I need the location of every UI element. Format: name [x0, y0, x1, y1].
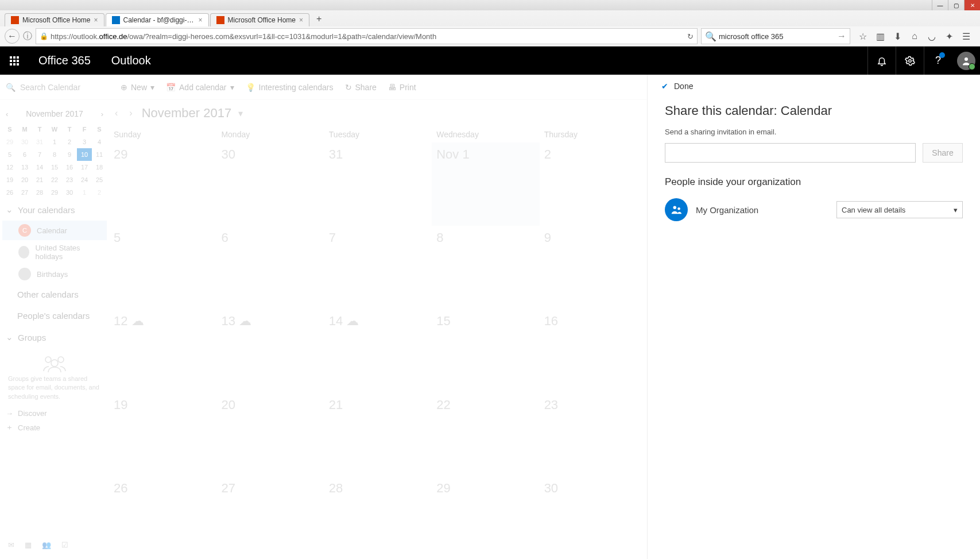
search-calendar-input[interactable]: 🔍 Search Calendar [6, 83, 109, 92]
day-cell[interactable]: 19 [109, 393, 216, 476]
calendar-title[interactable]: November 2017 [142, 106, 232, 121]
mini-cal-day[interactable]: 16 [62, 161, 77, 174]
mini-cal-day[interactable]: 5 [2, 148, 17, 161]
day-cell[interactable]: 14 ☁ [324, 309, 432, 392]
mini-cal-day[interactable]: 6 [17, 148, 32, 161]
create-link[interactable]: ＋Create [2, 420, 107, 435]
mini-cal-day[interactable]: 18 [92, 161, 107, 174]
print-button[interactable]: 🖶Print [388, 83, 416, 92]
day-cell[interactable]: 16 [540, 309, 647, 392]
day-cell[interactable]: 28 [324, 476, 432, 559]
new-button[interactable]: ⊕New▾ [121, 83, 154, 92]
day-cell[interactable]: 2 [540, 142, 647, 226]
mini-cal-day[interactable]: 24 [77, 174, 92, 186]
day-cell[interactable]: 9 [540, 226, 647, 309]
day-cell[interactable]: 8 [432, 226, 539, 309]
tab-close-button[interactable]: × [198, 16, 202, 24]
day-cell[interactable]: 29 [432, 476, 539, 559]
people-module-icon[interactable]: 👥 [42, 541, 51, 549]
mini-cal-day[interactable]: 26 [2, 186, 17, 199]
share-button[interactable]: ↻Share [345, 83, 377, 92]
mini-cal-day[interactable]: 17 [77, 161, 92, 174]
settings-button[interactable] [896, 47, 924, 75]
mini-cal-day[interactable]: 14 [32, 161, 47, 174]
mini-cal-day[interactable]: 12 [2, 161, 17, 174]
invite-email-input[interactable] [665, 143, 916, 163]
your-calendars-header[interactable]: ⌄Your calendars [2, 199, 107, 221]
day-cell[interactable]: 12 ☁ [109, 309, 216, 392]
day-cell[interactable]: 22 [432, 393, 539, 476]
reload-button[interactable]: ↻ [684, 32, 694, 41]
day-cell[interactable]: 30 [540, 476, 647, 559]
account-button[interactable] [952, 47, 980, 75]
permission-select[interactable]: Can view all details ▾ [836, 201, 963, 218]
day-cell[interactable]: 7 [324, 226, 432, 309]
day-cell[interactable]: 23 [540, 393, 647, 476]
browser-search-box[interactable]: 🔍 microsoft office 365 → [701, 28, 850, 44]
mini-cal-day[interactable]: 13 [17, 161, 32, 174]
mini-cal-day[interactable]: 23 [62, 174, 77, 186]
mini-cal-day[interactable]: 29 [47, 186, 62, 199]
browser-tab[interactable]: Calendar - bf@diggi-heroes…× [106, 13, 209, 26]
nav-back-button[interactable]: ← [5, 29, 20, 44]
day-cell[interactable]: 20 [216, 393, 324, 476]
mini-month-label[interactable]: November 2017 [8, 109, 100, 118]
address-bar[interactable]: 🔒 https://outlook.office.de/owa/?realm=d… [36, 28, 698, 44]
day-cell[interactable]: Nov 1 [432, 142, 539, 226]
calendar-module-icon[interactable]: ▦ [25, 541, 32, 549]
mini-cal-day[interactable]: 30 [62, 186, 77, 199]
mini-cal-day[interactable]: 19 [2, 174, 17, 186]
tab-close-button[interactable]: × [94, 16, 98, 24]
cal-next-button[interactable]: › [127, 108, 134, 118]
window-max-button[interactable]: ▢ [948, 0, 964, 10]
browser-tab[interactable]: Microsoft Office Home× [5, 13, 104, 26]
day-cell[interactable]: 29 [109, 142, 216, 226]
brand-label[interactable]: Office 365 [28, 54, 101, 67]
groups-header[interactable]: ⌄Groups [2, 326, 107, 348]
day-cell[interactable]: 5 [109, 226, 216, 309]
interesting-calendars-button[interactable]: 💡Interesting calendars [246, 83, 334, 92]
peoples-calendars-header[interactable]: People's calendars [2, 305, 107, 326]
mini-cal-day[interactable]: 20 [17, 174, 32, 186]
day-cell[interactable]: 13 ☁ [216, 309, 324, 392]
discover-link[interactable]: →Discover [2, 407, 107, 420]
app-launcher-button[interactable] [0, 47, 28, 75]
hamburger-icon[interactable]: ☰ [962, 31, 971, 42]
mini-cal-day[interactable]: 10 [77, 148, 92, 161]
calendar-list-item[interactable]: Birthdays [2, 264, 107, 284]
pocket-icon[interactable]: ◡ [927, 31, 936, 42]
day-cell[interactable]: 21 [324, 393, 432, 476]
help-button[interactable]: ? [924, 47, 952, 75]
mini-cal-day[interactable]: 4 [92, 136, 107, 148]
new-tab-button[interactable]: + [311, 11, 327, 26]
day-cell[interactable]: 15 [432, 309, 539, 392]
mini-cal-day[interactable]: 9 [62, 148, 77, 161]
mini-cal-day[interactable]: 29 [2, 136, 17, 148]
identity-icon[interactable]: ⓘ [23, 30, 32, 43]
mini-cal-day[interactable]: 31 [32, 136, 47, 148]
day-cell[interactable]: 6 [216, 226, 324, 309]
calendar-grid[interactable]: SundayMondayTuesdayWednesdayThursday2930… [109, 126, 647, 559]
mini-cal-day[interactable]: 1 [47, 136, 62, 148]
app-name-label[interactable]: Outlook [101, 54, 161, 67]
mini-cal-day[interactable]: 21 [32, 174, 47, 186]
day-cell[interactable]: 27 [216, 476, 324, 559]
add-calendar-button[interactable]: 📅Add calendar▾ [166, 83, 234, 92]
mini-cal-day[interactable]: 11 [92, 148, 107, 161]
mini-cal-day[interactable]: 30 [17, 136, 32, 148]
cal-prev-button[interactable]: ‹ [113, 108, 120, 118]
mini-cal-day[interactable]: 3 [77, 136, 92, 148]
search-go-icon[interactable]: → [837, 31, 846, 41]
done-button[interactable]: ✔ Done [648, 75, 980, 98]
notifications-button[interactable] [867, 47, 896, 75]
chevron-down-icon[interactable]: ▾ [238, 108, 243, 119]
mini-cal-day[interactable]: 27 [17, 186, 32, 199]
window-close-button[interactable]: ✕ [964, 0, 980, 10]
mini-cal-day[interactable]: 7 [32, 148, 47, 161]
mail-module-icon[interactable]: ✉ [8, 541, 14, 549]
puzzle-icon[interactable]: ✦ [944, 31, 954, 42]
tasks-module-icon[interactable]: ☑ [61, 541, 68, 549]
mini-cal-day[interactable]: 1 [77, 186, 92, 199]
mini-cal-day[interactable]: 28 [32, 186, 47, 199]
tab-close-button[interactable]: × [299, 16, 303, 24]
